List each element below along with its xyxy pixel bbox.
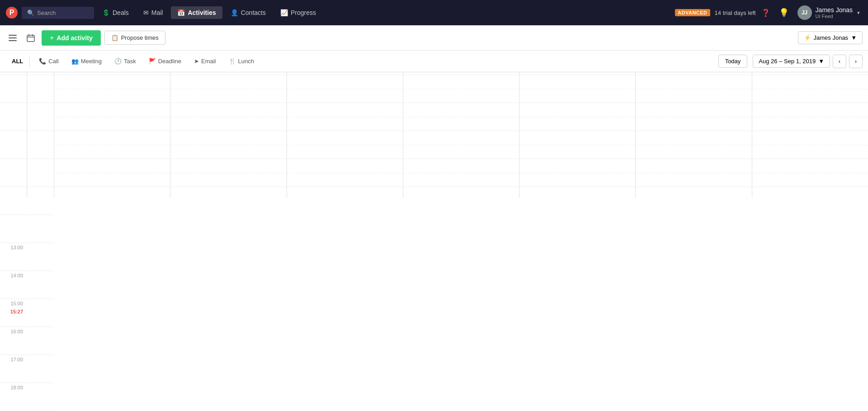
- days-grid: Mon 26 Tue 27 ➤ Welcome e: [54, 72, 868, 198]
- svg-text:P: P: [9, 9, 14, 16]
- filter-lunch[interactable]: 🍴 Lunch: [223, 56, 259, 67]
- day-col-tue27: Tue 27 ➤ Welcome email ✓ ➤ Welcome email…: [170, 72, 287, 198]
- hour-cell[interactable]: [636, 159, 751, 187]
- hour-cell[interactable]: [54, 75, 170, 103]
- day-body-thu29[interactable]: ☎ Send an email ✓: [403, 72, 519, 198]
- search-input[interactable]: 🔍 Search: [22, 7, 94, 19]
- nav-item-activities[interactable]: 📅 Activities: [171, 6, 222, 19]
- day-body-sat31[interactable]: [636, 72, 751, 198]
- day-col-thu29: Thu 29 ☎ Send an email ✓: [403, 72, 519, 198]
- calendar-view: 13:0014:0015:0016:0017:0018:0015:27 AUG …: [0, 72, 868, 411]
- hour-cell[interactable]: [170, 187, 286, 198]
- user-name: James Jonas: [816, 6, 853, 14]
- time-slot: 14:00: [0, 271, 27, 299]
- hour-cell[interactable]: [287, 103, 403, 131]
- calendar-scroll-area[interactable]: 13:0014:0015:0016:0017:0018:0015:27 AUG …: [0, 72, 868, 411]
- filter-task[interactable]: 🕐 Task: [109, 56, 142, 67]
- day-col-fri30: Fri 30: [519, 72, 636, 198]
- today-button[interactable]: Today: [718, 55, 748, 68]
- hour-cell[interactable]: [287, 75, 403, 103]
- phone-icon: 📞: [39, 58, 46, 65]
- hour-cell[interactable]: [54, 159, 170, 187]
- hour-cell[interactable]: [403, 103, 519, 131]
- trial-text: 14 trial days left: [715, 9, 756, 16]
- user-menu[interactable]: JJ James Jonas UI Feed ▼: [794, 4, 864, 22]
- app-logo[interactable]: P: [4, 5, 20, 21]
- nav-item-contacts[interactable]: 👤 Contacts: [224, 6, 272, 19]
- aug-slot: [27, 383, 54, 411]
- hour-cell[interactable]: [403, 187, 519, 198]
- hour-cell[interactable]: [752, 75, 868, 103]
- nav-item-mail[interactable]: ✉ Mail: [137, 6, 170, 19]
- calendar-view-button[interactable]: [24, 31, 38, 45]
- time-slot: 16:00: [0, 327, 27, 355]
- hour-cell[interactable]: [519, 159, 635, 187]
- hour-cell[interactable]: [752, 159, 868, 187]
- day-body-wed28[interactable]: [287, 72, 403, 198]
- svg-rect-3: [9, 37, 17, 38]
- hour-cell[interactable]: [519, 187, 635, 198]
- svg-rect-5: [27, 35, 34, 42]
- filter-email[interactable]: ➤ Email: [189, 56, 222, 67]
- propose-times-button[interactable]: 📋 Propose times: [104, 31, 165, 45]
- hour-cell[interactable]: [287, 131, 403, 159]
- day-col-sat31: Sat 31: [636, 72, 752, 198]
- hour-cell[interactable]: [170, 159, 286, 187]
- svg-rect-2: [9, 35, 17, 36]
- filter-deadline[interactable]: 🚩 Deadline: [143, 56, 187, 67]
- day-body-fri30[interactable]: [519, 72, 635, 198]
- hour-cell[interactable]: [752, 103, 868, 131]
- plus-icon: +: [50, 34, 54, 42]
- filter-bar: ALL 📞 Call 👥 Meeting 🕐 Task 🚩 Deadline ➤…: [0, 51, 868, 72]
- hour-cell[interactable]: [54, 103, 170, 131]
- aug-slot: [27, 355, 54, 383]
- hour-cell[interactable]: [752, 187, 868, 198]
- hour-cell[interactable]: [519, 103, 635, 131]
- hour-cell[interactable]: [636, 187, 751, 198]
- hour-cell[interactable]: [636, 131, 751, 159]
- hour-cell[interactable]: [403, 75, 519, 103]
- add-activity-button[interactable]: + Add activity: [42, 30, 101, 46]
- nav-item-progress[interactable]: 📈 Progress: [274, 6, 322, 19]
- hour-cell[interactable]: [170, 131, 286, 159]
- hour-cell[interactable]: [636, 103, 751, 131]
- tips-button[interactable]: 💡: [776, 5, 792, 21]
- time-slot: [0, 75, 27, 103]
- day-col-wed28: Wed 28: [287, 72, 403, 198]
- hour-cell[interactable]: [287, 159, 403, 187]
- nav-item-deals[interactable]: 💲 Deals: [96, 6, 135, 19]
- user-filter-button[interactable]: ⚡ James Jonas ▼: [798, 31, 863, 44]
- day-body-tue27[interactable]: ➤ Welcome email ✓ ➤ Welcome email ✓ 📞 Ca…: [170, 72, 286, 198]
- hour-cell[interactable]: [519, 131, 635, 159]
- hour-cell[interactable]: [403, 131, 519, 159]
- date-range-button[interactable]: Aug 26 – Sep 1, 2019 ▼: [753, 55, 830, 68]
- filter-meeting[interactable]: 👥 Meeting: [66, 56, 107, 67]
- prev-week-button[interactable]: ‹: [833, 55, 846, 68]
- hour-cell[interactable]: [636, 75, 751, 103]
- hour-cell[interactable]: [54, 187, 170, 198]
- day-body-mon26[interactable]: [54, 72, 170, 198]
- hour-cell[interactable]: [170, 75, 286, 103]
- aug-slot: [27, 159, 54, 187]
- help-button[interactable]: ❓: [758, 5, 774, 21]
- calendar-dropdown-icon: ▼: [818, 58, 824, 65]
- search-icon: 🔍: [27, 9, 34, 16]
- menu-button[interactable]: [5, 31, 20, 45]
- day-body-sun1[interactable]: [752, 72, 868, 198]
- hour-cell[interactable]: [519, 75, 635, 103]
- time-slot: 18:00: [0, 383, 27, 411]
- hour-cell[interactable]: [287, 187, 403, 198]
- hour-cell[interactable]: [54, 131, 170, 159]
- hour-cell[interactable]: [752, 131, 868, 159]
- filter-all-button[interactable]: ALL: [5, 55, 30, 67]
- next-week-button[interactable]: ›: [849, 55, 863, 68]
- hour-cell[interactable]: [170, 103, 286, 131]
- flag-icon: 🚩: [149, 58, 156, 65]
- time-slot: [0, 187, 27, 215]
- user-subtitle: UI Feed: [816, 14, 853, 19]
- time-slot: 13:00: [0, 243, 27, 271]
- funnel-icon: ⚡: [804, 34, 811, 41]
- hour-cell[interactable]: [403, 159, 519, 187]
- aug-slot: [27, 187, 54, 215]
- filter-call[interactable]: 📞 Call: [33, 56, 64, 67]
